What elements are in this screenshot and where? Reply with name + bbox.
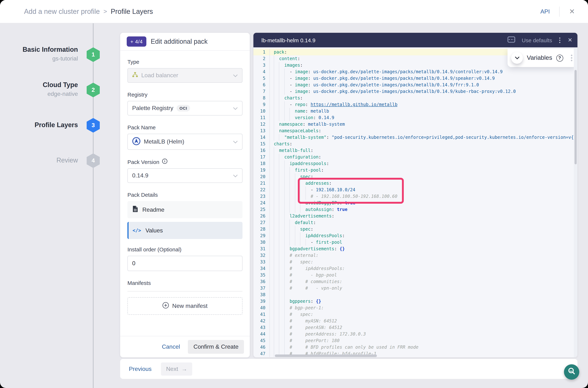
code-area[interactable]: 1pack:2content:3images:4- image: us-dock… [253, 47, 577, 357]
next-button[interactable]: Next → [161, 362, 192, 375]
editor-menu-icon[interactable] [559, 37, 561, 44]
code-line: 39bgppeers: {} [253, 298, 577, 305]
variables-collapse-icon[interactable] [511, 52, 523, 64]
next-label: Next [166, 365, 178, 372]
vertical-scrollbar-thumb[interactable] [575, 70, 577, 164]
step-hexagon-2[interactable]: 2 [87, 83, 100, 97]
code-line: 45# peerPort: 180 [253, 337, 577, 344]
use-defaults-button[interactable]: Use defaults [522, 37, 552, 43]
code-line: 32# external: [253, 252, 577, 259]
breadcrumb: Add a new cluster profile > Profile Laye… [24, 7, 153, 16]
new-manifest-button[interactable]: New manifest [127, 297, 243, 315]
line-number: 30 [253, 239, 270, 245]
code-line: 44# peerAddress: 172.30.0.3 [253, 331, 577, 337]
step-label-review[interactable]: Review [56, 157, 78, 164]
edit-pack-header: + 4/4 Edit additional pack [120, 33, 250, 51]
code-line: 17configuration: [253, 154, 577, 160]
line-number: 11 [253, 114, 270, 121]
registry-field-group: Registry Palette Registry OCI [127, 92, 243, 116]
code-line: 37# # - vpn-only [253, 285, 577, 291]
line-number: 46 [253, 344, 270, 350]
viewport: Add a new cluster profile > Profile Laye… [0, 0, 588, 388]
step-title: Basic Information [23, 46, 78, 53]
top-header: Add a new cluster profile > Profile Laye… [0, 0, 588, 23]
line-number: 44 [253, 331, 270, 337]
step-label-cloud-type[interactable]: Cloud Typeedge-native [43, 81, 78, 97]
variables-panel: Variables ? [508, 49, 577, 67]
code-line: 38 [253, 291, 577, 298]
previous-button[interactable]: Previous [129, 365, 152, 372]
info-icon[interactable] [162, 158, 167, 165]
line-number: 15 [253, 141, 270, 147]
line-number: 14 [253, 134, 270, 141]
code-icon: </> [133, 228, 141, 233]
install-order-group: Install order (Optional) 0 [127, 246, 243, 271]
line-number: 8 [253, 95, 270, 101]
pack-version-label: Pack Version [127, 158, 243, 165]
line-number: 9 [253, 101, 270, 108]
registry-select[interactable]: Palette Registry OCI [127, 101, 243, 116]
code-line: 36# # communities: [253, 278, 577, 285]
line-number: 1 [253, 49, 270, 55]
variables-menu-icon[interactable] [570, 54, 573, 62]
type-select[interactable]: Load balancer [127, 68, 243, 83]
horizontal-scrollbar-thumb[interactable] [275, 355, 377, 357]
readme-tab[interactable]: Readme [127, 201, 243, 218]
line-number: 38 [253, 291, 270, 298]
step-title: Review [56, 157, 78, 164]
step-hexagon-1[interactable]: 1 [87, 47, 100, 62]
wizard-stepper: Basic Informationgs-tutorial1Cloud Typee… [0, 23, 120, 388]
code-line: 27default: [253, 219, 577, 226]
pack-name-value: MetalLB (Helm) [144, 138, 184, 145]
pack-version-select[interactable]: 0.14.9 [127, 168, 243, 183]
split-view-icon[interactable] [508, 36, 515, 44]
line-number: 26 [253, 213, 270, 219]
type-field-group: Type Load balancer [127, 59, 243, 83]
api-link[interactable]: API [541, 8, 550, 15]
install-order-input[interactable]: 0 [127, 256, 243, 271]
line-number: 19 [253, 167, 270, 173]
close-icon[interactable]: ✕ [569, 8, 575, 15]
registry-label: Registry [127, 92, 243, 98]
editor-close-icon[interactable]: ✕ [568, 37, 572, 43]
code-line: 11version: 0.14.9 [253, 114, 577, 121]
step-label-basic-information[interactable]: Basic Informationgs-tutorial [23, 46, 78, 62]
search-fab-button[interactable] [564, 364, 579, 380]
editor-header: lb-metallb-helm 0.14.9 Use defaults ✕ [253, 33, 577, 47]
confirm-create-button[interactable]: Confirm & Create [188, 340, 244, 354]
step-hexagon-4[interactable]: 4 [87, 153, 100, 168]
line-number: 36 [253, 278, 270, 285]
line-number: 27 [253, 219, 270, 226]
breadcrumb-parent[interactable]: Add a new cluster profile [24, 7, 100, 16]
code-line: 19first-pool: [253, 167, 577, 173]
metallb-logo-icon [132, 137, 140, 147]
line-number: 31 [253, 245, 270, 252]
pack-name-select[interactable]: MetalLB (Helm) [127, 134, 243, 150]
variables-label: Variables [527, 54, 552, 62]
code-line: 29ipAddressPools: [253, 232, 577, 239]
step-hexagon-3[interactable]: 3 [87, 118, 100, 133]
chevron-down-icon [233, 138, 238, 145]
pack-version-label-text: Pack Version [127, 159, 159, 165]
line-number: 43 [253, 324, 270, 331]
cancel-button[interactable]: Cancel [162, 343, 180, 350]
line-number: 34 [253, 265, 270, 272]
values-tab[interactable]: </> Values [127, 222, 243, 239]
code-line: 13namespaceLabels: [253, 127, 577, 134]
code-line: 42# myASN: 64512 [253, 318, 577, 324]
pack-version-field-group: Pack Version 0.14.9 [127, 158, 243, 183]
chevron-down-icon [233, 72, 238, 79]
code-line: 16metallb-full: [253, 147, 577, 154]
line-number: 22 [253, 187, 270, 193]
code-line: 9- repo: https://metallb.github.io/metal… [253, 101, 577, 108]
document-icon [133, 205, 138, 214]
help-icon[interactable]: ? [556, 54, 563, 61]
step-title: Profile Layers [35, 121, 78, 129]
code-line: 22- 192.168.10.0/24 [253, 187, 577, 193]
line-number: 20 [253, 173, 270, 180]
code-line: 5- image: us-docker.pkg.dev/palette-imag… [253, 75, 577, 82]
code-line: 12namespace: metallb-system [253, 121, 577, 127]
step-label-profile-layers[interactable]: Profile Layers [35, 121, 78, 129]
line-number: 2 [253, 55, 270, 62]
chevron-down-icon [233, 105, 238, 112]
